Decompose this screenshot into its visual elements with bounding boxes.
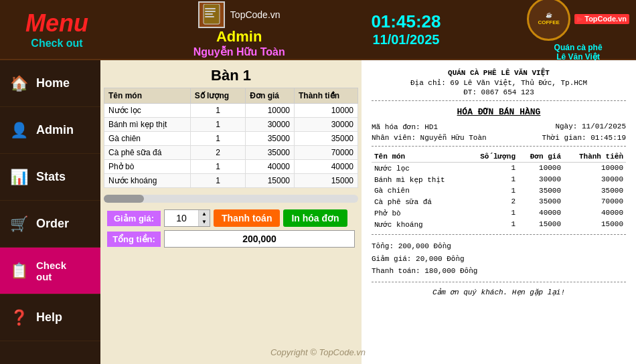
scrollbar[interactable] bbox=[104, 195, 358, 203]
discount-label: Giảm giá: bbox=[107, 211, 161, 226]
topcode-vn-badge: ▶ TopCode.vn bbox=[574, 14, 629, 24]
table-row: Gà chiên 1 35000 35000 bbox=[104, 132, 358, 146]
item-price: 15000 bbox=[246, 174, 295, 188]
receipt-phone: ĐT: 0867 654 123 bbox=[372, 88, 626, 96]
scrollbar-thumb[interactable] bbox=[104, 195, 144, 203]
receipt-col-name: Tên món bbox=[372, 151, 467, 163]
sidebar-label-stats: Stats bbox=[36, 170, 66, 184]
item-name: Nước khoáng bbox=[104, 174, 191, 188]
item-qty: 1 bbox=[190, 104, 246, 118]
table-row: Bánh mì kẹp thịt 1 30000 30000 bbox=[372, 174, 626, 185]
receipt-item-name: Gà chiên bbox=[372, 185, 467, 196]
receipt-item-qty: 2 bbox=[467, 196, 518, 207]
item-name: Gà chiên bbox=[104, 132, 191, 146]
sidebar-label-checkout: Checkout bbox=[36, 260, 66, 282]
item-qty: 2 bbox=[190, 146, 246, 160]
order-icon: 🛒 bbox=[7, 212, 31, 236]
sidebar-item-help[interactable]: ❓ Help bbox=[0, 294, 100, 341]
receipt-item-price: 10000 bbox=[518, 163, 564, 175]
receipt-col-price: Đơn giá bbox=[518, 151, 564, 163]
item-name: Phở bò bbox=[104, 160, 191, 174]
receipt-discount: Giảm giá: 20,000 Đồng bbox=[372, 253, 626, 266]
receipt-item-total: 40000 bbox=[564, 207, 626, 219]
receipt-item-name: Cà phê sữa đá bbox=[372, 196, 467, 207]
order-panel: Bàn 1 Tên món Số lượng Đơn giá Thành tiề… bbox=[100, 60, 362, 364]
table-row: Bánh mì kẹp thịt 1 30000 30000 bbox=[104, 118, 358, 132]
sidebar-item-stats[interactable]: 📊 Stats bbox=[0, 154, 100, 201]
menu-title: Menu bbox=[25, 9, 88, 37]
item-total: 70000 bbox=[295, 146, 358, 160]
sidebar: 🏠 Home 👤 Admin 📊 Stats 🛒 Order 📋 Checkou… bbox=[0, 60, 100, 364]
table-row: Nước khoáng 1 15000 15000 bbox=[372, 219, 626, 230]
total-input[interactable] bbox=[164, 230, 355, 248]
receipt-item-price: 35000 bbox=[518, 196, 564, 207]
svg-rect-2 bbox=[205, 11, 216, 12]
receipt-col-qty: Số lượng bbox=[467, 151, 518, 163]
checkout-label[interactable]: Check out bbox=[31, 37, 82, 50]
time-display: 01:45:28 bbox=[371, 11, 441, 32]
receipt-meta-row1: Mã hóa đơn: HD1 Ngày: 11/01/2025 bbox=[372, 122, 626, 131]
item-price: 35000 bbox=[246, 146, 295, 160]
pay-button[interactable]: Thanh toán bbox=[214, 209, 280, 227]
item-price: 35000 bbox=[246, 132, 295, 146]
receipt-table: Tên món Số lượng Đơn giá Thành tiền Nước… bbox=[372, 151, 626, 230]
receipt-item-qty: 1 bbox=[467, 207, 518, 219]
table-row: Gà chiên 1 35000 35000 bbox=[372, 185, 626, 196]
receipt-item-name: Bánh mì kẹp thịt bbox=[372, 174, 467, 185]
header: Menu Check out TopCode.vn Admin Nguyễn H… bbox=[0, 0, 636, 60]
print-button[interactable]: In hóa đơn bbox=[283, 209, 347, 227]
sidebar-item-home[interactable]: 🏠 Home bbox=[0, 60, 100, 107]
receipt-pay-total: Thanh toán: 180,000 Đồng bbox=[372, 265, 626, 278]
bottom-controls: Giảm giá: ▲ ▼ Thanh toán In hóa đơn Tổng… bbox=[104, 206, 358, 251]
svg-rect-1 bbox=[205, 8, 216, 9]
order-title: Bàn 1 bbox=[104, 64, 358, 88]
sidebar-item-order[interactable]: 🛒 Order bbox=[0, 201, 100, 248]
receipt-item-total: 70000 bbox=[564, 196, 626, 207]
receipt-item-price: 40000 bbox=[518, 207, 564, 219]
item-qty: 1 bbox=[190, 160, 246, 174]
receipt-bill-title: HÓA ĐƠN BÁN HÀNG bbox=[372, 106, 626, 117]
receipt-col-total: Thành tiền bbox=[564, 151, 626, 163]
col-header-price: Đơn giá bbox=[246, 88, 295, 104]
table-row: Phở bò 1 40000 40000 bbox=[104, 160, 358, 174]
admin-icon: 👤 bbox=[7, 118, 31, 143]
table-row: Nước lọc 1 10000 10000 bbox=[104, 104, 358, 118]
item-price: 40000 bbox=[246, 160, 295, 174]
receipt-item-name: Nước khoáng bbox=[372, 219, 467, 230]
receipt-item-price: 15000 bbox=[518, 219, 564, 230]
receipt-meta-row2: Nhân viên: Nguyễn Hữu Toàn Thời gian: 01… bbox=[372, 133, 626, 142]
receipt-item-name: Phở bò bbox=[372, 207, 467, 219]
spin-buttons: ▲ ▼ bbox=[198, 210, 210, 226]
cafe-name: Quán cà phê Lê Văn Việt bbox=[554, 43, 603, 62]
item-total: 10000 bbox=[295, 104, 358, 118]
item-total: 30000 bbox=[295, 118, 358, 132]
discount-row: Giảm giá: ▲ ▼ Thanh toán In hóa đơn bbox=[107, 209, 355, 227]
receipt-item-qty: 1 bbox=[467, 219, 518, 230]
sidebar-label-admin: Admin bbox=[36, 123, 74, 137]
header-left: Menu Check out bbox=[7, 9, 107, 50]
discount-input[interactable] bbox=[165, 211, 198, 225]
spin-down-button[interactable]: ▼ bbox=[199, 218, 210, 226]
total-label: Tổng tiền: bbox=[107, 232, 161, 247]
stats-icon: 📊 bbox=[7, 165, 31, 189]
order-table: Tên món Số lượng Đơn giá Thành tiền Nước… bbox=[104, 88, 358, 188]
item-price: 30000 bbox=[246, 118, 295, 132]
logo-area: TopCode.vn bbox=[198, 1, 281, 28]
receipt-divider-2 bbox=[372, 146, 626, 147]
checkout-icon: 📋 bbox=[7, 259, 31, 283]
help-icon: ❓ bbox=[7, 306, 31, 330]
content-area: Bàn 1 Tên món Số lượng Đơn giá Thành tiề… bbox=[100, 60, 636, 364]
table-row: Cà phê sữa đá 2 35000 70000 bbox=[104, 146, 358, 160]
receipt-item-qty: 1 bbox=[467, 185, 518, 196]
sidebar-item-admin[interactable]: 👤 Admin bbox=[0, 107, 100, 154]
receipt-item-total: 15000 bbox=[564, 219, 626, 230]
table-row: Phở bò 1 40000 40000 bbox=[372, 207, 626, 219]
sidebar-item-checkout[interactable]: 📋 Checkout bbox=[0, 248, 100, 294]
admin-label: Admin bbox=[216, 28, 262, 46]
spin-up-button[interactable]: ▲ bbox=[199, 210, 210, 218]
item-price: 10000 bbox=[246, 104, 295, 118]
receipt-panel: QUÁN CÀ PHÊ LÊ VĂN VIỆT Địa chỉ: 69 Lê V… bbox=[362, 60, 636, 364]
item-name: Cà phê sữa đá bbox=[104, 146, 191, 160]
header-brand-section: ☕COFFEE ▶ TopCode.vn Quán cà phê Lê Văn … bbox=[527, 0, 629, 62]
item-total: 35000 bbox=[295, 132, 358, 146]
